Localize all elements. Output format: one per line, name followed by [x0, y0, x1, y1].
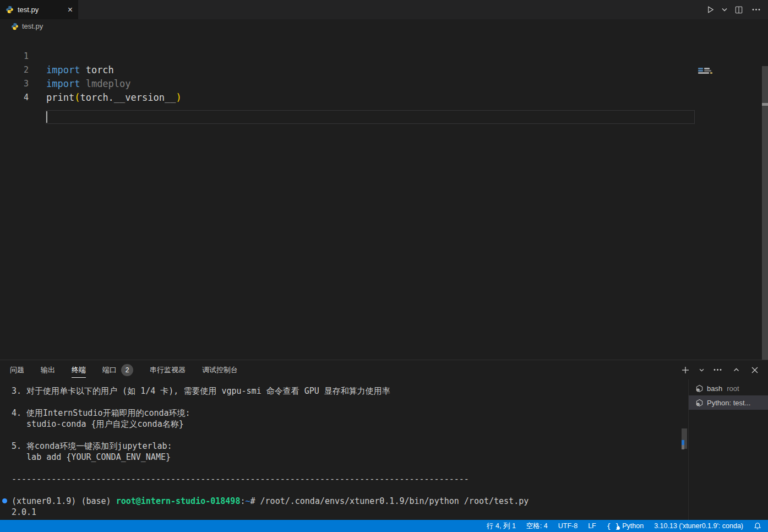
terminal-command-output: 2.0.1: [12, 507, 36, 518]
code-editor[interactable]: 1 import torch 2 import lmdeploy 3 print…: [0, 33, 768, 360]
terminal-user-host: root@intern-studio-018498: [116, 496, 241, 506]
cursor-position-status[interactable]: 行 4, 列 1: [487, 522, 516, 531]
terminal-line: 3. 对于使用单卡以下的用户 (如 1/4 卡), 需要使用 vgpu-smi …: [12, 386, 390, 397]
terminal-line: lab add {YOUR_CONDA_ENV_NAME}: [12, 452, 171, 463]
breadcrumb-file[interactable]: test.py: [22, 22, 43, 30]
python-file-icon: [11, 23, 19, 30]
svg-text:$: $: [698, 388, 699, 391]
eol-status[interactable]: LF: [588, 522, 596, 530]
run-button[interactable]: [704, 3, 717, 17]
python-file-icon: [6, 6, 14, 14]
python-interpreter-status[interactable]: 3.10.13 ('xtuner0.1.9': conda): [654, 522, 743, 530]
status-bar: 行 4, 列 1 空格: 4 UTF-8 LF { } Python 3.10.…: [0, 520, 768, 532]
run-dropdown-chevron-icon[interactable]: [721, 3, 728, 17]
braces-icon: { }: [607, 522, 619, 530]
terminal-line: studio-conda {用户自定义conda名称}: [12, 419, 184, 430]
split-editor-icon[interactable]: [732, 3, 745, 17]
terminal-line: 5. 将conda环境一键添加到jupyterlab:: [12, 441, 172, 452]
panel-tab-bar: 问题 输出 终端 端口2 串行监视器 调试控制台: [10, 360, 238, 379]
panel-tab-serial-monitor[interactable]: 串行监视器: [150, 360, 186, 379]
terminal-command: /root/.conda/envs/xtuner0.1.9/bin/python…: [260, 496, 529, 506]
panel-more-actions-icon[interactable]: [711, 363, 724, 377]
command-decoration-dot[interactable]: [2, 498, 7, 503]
line-number: 4: [0, 91, 29, 105]
close-panel-icon[interactable]: [748, 363, 761, 377]
panel-tab-debug-console[interactable]: 调试控制台: [202, 360, 238, 379]
terminal-bash-icon: $: [695, 399, 704, 407]
code-line-4[interactable]: 4: [0, 77, 695, 91]
language-mode-status[interactable]: { } Python: [607, 522, 644, 530]
panel-tab-output[interactable]: 输出: [41, 360, 55, 379]
current-line-highlight: [46, 110, 695, 124]
terminal-dropdown-chevron-icon[interactable]: [698, 363, 705, 377]
terminal-scrollbar-mark: [682, 445, 684, 449]
overview-ruler-cursor-mark: [762, 103, 768, 106]
terminal-list-sidebar: $ bash root $ Python: test...: [688, 379, 768, 520]
terminal-list-item-bash[interactable]: $ bash root: [689, 381, 768, 395]
terminal-scrollbar-command-mark: [682, 440, 684, 445]
new-terminal-icon[interactable]: [679, 363, 692, 377]
indentation-status[interactable]: 空格: 4: [526, 522, 548, 531]
terminal-item-label: bash: [707, 384, 722, 393]
editor-tab-bar: test.py ×: [0, 0, 768, 19]
panel-tab-terminal[interactable]: 终端: [72, 360, 86, 379]
panel-tab-ports[interactable]: 端口2: [102, 360, 133, 379]
code-line-3[interactable]: 3 print(torch.__version__): [0, 63, 695, 77]
terminal-list-item-python[interactable]: $ Python: test...: [689, 395, 768, 410]
svg-text:$: $: [698, 403, 699, 405]
ports-count-badge: 2: [121, 364, 133, 376]
terminal-output[interactable]: 3. 对于使用单卡以下的用户 (如 1/4 卡), 需要使用 vgpu-smi …: [0, 379, 678, 520]
editor-actions: [704, 0, 762, 19]
maximize-panel-icon[interactable]: [729, 363, 743, 377]
editor-scrollbar[interactable]: [762, 66, 768, 368]
tab-title: test.py: [18, 6, 64, 14]
terminal-item-label: Python: test...: [707, 399, 751, 407]
panel-actions: [679, 360, 761, 379]
vscode-window: test.py ×: [0, 0, 768, 532]
panel-tab-problems[interactable]: 问题: [10, 360, 24, 379]
terminal-line: 4. 使用InternStudio开箱即用的conda环境:: [12, 408, 190, 419]
more-actions-icon[interactable]: [749, 3, 762, 17]
tab-test-py[interactable]: test.py ×: [0, 0, 78, 19]
encoding-status[interactable]: UTF-8: [558, 522, 578, 530]
terminal-divider-line: ----------------------------------------…: [12, 474, 469, 485]
terminal-bash-icon: $: [695, 384, 704, 393]
code-text: print(torch.__version__): [46, 91, 182, 105]
code-line-2[interactable]: 2 import lmdeploy: [0, 50, 695, 63]
code-line-1[interactable]: 1 import torch: [0, 36, 695, 50]
terminal-item-detail: root: [727, 384, 739, 393]
text-cursor: [46, 111, 47, 123]
minimap[interactable]: [698, 67, 762, 84]
terminal-prompt-line: (xtuner0.1.9) (base) root@intern-studio-…: [12, 496, 529, 507]
notifications-bell-icon[interactable]: [754, 522, 761, 530]
tab-close-icon[interactable]: ×: [68, 6, 73, 14]
breadcrumb[interactable]: test.py: [0, 19, 768, 33]
